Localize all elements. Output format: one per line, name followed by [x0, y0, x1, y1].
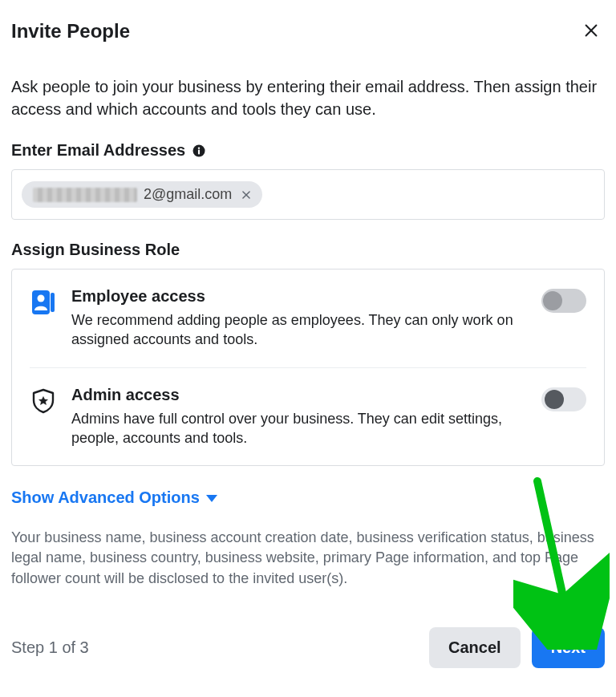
employee-title: Employee access — [71, 287, 519, 306]
admin-text: Admin access Admins have full control ov… — [71, 386, 527, 448]
step-indicator: Step 1 of 3 — [11, 638, 89, 657]
email-input[interactable]: 2@gmail.com — [11, 169, 605, 220]
svg-rect-8 — [51, 293, 55, 312]
modal-footer: Step 1 of 3 Cancel Next — [11, 627, 605, 668]
close-icon — [582, 22, 600, 42]
admin-shield-icon — [30, 387, 57, 415]
svg-point-9 — [38, 295, 45, 302]
redacted-text — [33, 188, 137, 202]
employee-text: Employee access We recommend adding peop… — [71, 287, 527, 350]
remove-chip-button[interactable] — [238, 187, 254, 203]
employee-toggle[interactable] — [541, 289, 586, 313]
modal-header: Invite People — [11, 11, 605, 53]
employee-badge-icon — [30, 289, 57, 316]
next-button[interactable]: Next — [532, 627, 605, 668]
admin-desc: Admins have full control over your busin… — [71, 409, 519, 448]
toggle-knob — [545, 390, 564, 409]
email-section-label: Enter Email Addresses — [11, 141, 605, 160]
advanced-label: Show Advanced Options — [11, 488, 200, 507]
svg-point-3 — [198, 147, 200, 148]
toggle-knob — [543, 291, 562, 310]
svg-rect-7 — [32, 290, 50, 314]
roles-box: Employee access We recommend adding peop… — [11, 269, 605, 466]
caret-down-icon — [206, 495, 217, 502]
svg-rect-4 — [198, 149, 200, 154]
role-row-employee: Employee access We recommend adding peop… — [30, 269, 586, 367]
disclosure-text: Your business name, business account cre… — [11, 528, 605, 589]
admin-title: Admin access — [71, 386, 519, 404]
close-button[interactable] — [578, 18, 605, 45]
role-row-admin: Admin access Admins have full control ov… — [30, 367, 586, 466]
footer-buttons: Cancel Next — [429, 627, 605, 668]
role-section-label: Assign Business Role — [11, 241, 605, 259]
email-chip-suffix: 2@gmail.com — [144, 186, 232, 203]
modal-description: Ask people to join your business by ente… — [11, 75, 605, 120]
admin-toggle[interactable] — [541, 387, 586, 411]
invite-people-modal: Invite People Ask people to join your bu… — [0, 0, 616, 687]
employee-desc: We recommend adding people as employees.… — [71, 310, 519, 350]
info-icon[interactable] — [192, 144, 206, 158]
email-label-text: Enter Email Addresses — [11, 141, 185, 160]
modal-title: Invite People — [11, 20, 130, 43]
cancel-button[interactable]: Cancel — [429, 627, 521, 668]
show-advanced-options-button[interactable]: Show Advanced Options — [11, 480, 217, 510]
email-chip: 2@gmail.com — [22, 181, 262, 208]
